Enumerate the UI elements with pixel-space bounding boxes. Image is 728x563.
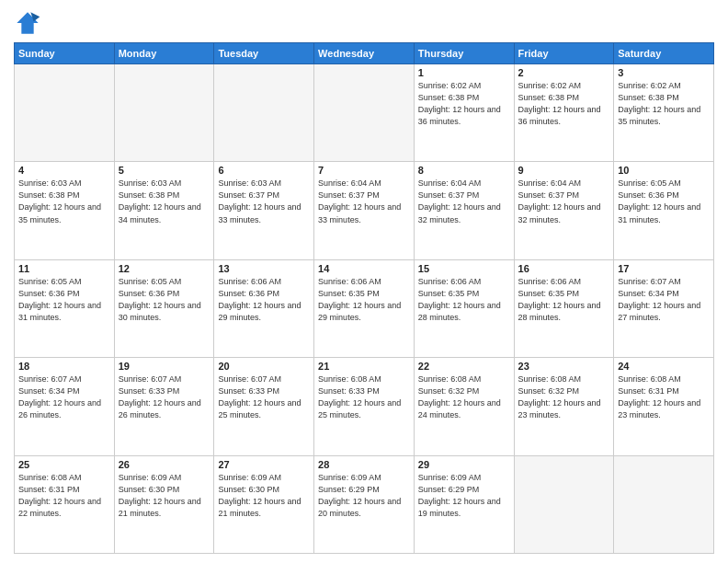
day-number: 13 [218,263,310,274]
day-number: 16 [518,263,610,274]
day-number: 20 [218,361,310,372]
day-info: Sunrise: 6:09 AM Sunset: 6:30 PM Dayligh… [119,472,210,520]
calendar-cell [514,455,614,553]
calendar-cell: 12Sunrise: 6:05 AM Sunset: 6:36 PM Dayli… [114,259,214,357]
calendar-cell: 7Sunrise: 6:04 AM Sunset: 6:37 PM Daylig… [314,162,415,259]
day-number: 17 [618,263,710,274]
calendar-cell: 19Sunrise: 6:07 AM Sunset: 6:33 PM Dayli… [114,358,214,455]
logo-icon [14,9,41,37]
weekday-header: Wednesday [314,43,415,64]
calendar-cell: 21Sunrise: 6:08 AM Sunset: 6:33 PM Dayli… [314,358,415,455]
day-info: Sunrise: 6:08 AM Sunset: 6:31 PM Dayligh… [18,472,110,520]
day-info: Sunrise: 6:05 AM Sunset: 6:36 PM Dayligh… [618,178,710,225]
day-number: 27 [218,459,310,470]
day-info: Sunrise: 6:07 AM Sunset: 6:34 PM Dayligh… [18,373,110,421]
day-number: 2 [518,67,610,78]
day-number: 1 [418,67,510,78]
day-info: Sunrise: 6:05 AM Sunset: 6:36 PM Dayligh… [119,276,210,324]
day-info: Sunrise: 6:02 AM Sunset: 6:38 PM Dayligh… [418,80,510,128]
calendar-cell: 25Sunrise: 6:08 AM Sunset: 6:31 PM Dayli… [15,455,115,553]
day-number: 28 [318,459,410,470]
calendar-cell: 29Sunrise: 6:09 AM Sunset: 6:29 PM Dayli… [414,455,514,553]
weekday-header: Saturday [614,43,714,64]
weekday-header: Friday [514,43,614,64]
day-number: 7 [318,165,410,176]
day-info: Sunrise: 6:06 AM Sunset: 6:36 PM Dayligh… [218,276,310,324]
day-number: 26 [119,459,210,470]
calendar-cell: 16Sunrise: 6:06 AM Sunset: 6:35 PM Dayli… [514,259,614,357]
calendar-cell: 8Sunrise: 6:04 AM Sunset: 6:37 PM Daylig… [414,162,514,259]
calendar-cell: 5Sunrise: 6:03 AM Sunset: 6:38 PM Daylig… [114,162,214,259]
logo [14,9,45,37]
day-info: Sunrise: 6:04 AM Sunset: 6:37 PM Dayligh… [318,178,410,225]
day-info: Sunrise: 6:09 AM Sunset: 6:30 PM Dayligh… [218,472,310,520]
weekday-header: Tuesday [214,43,314,64]
calendar-cell: 26Sunrise: 6:09 AM Sunset: 6:30 PM Dayli… [114,455,214,553]
calendar-cell [214,64,314,162]
day-info: Sunrise: 6:08 AM Sunset: 6:32 PM Dayligh… [418,373,510,421]
calendar-cell: 15Sunrise: 6:06 AM Sunset: 6:35 PM Dayli… [414,259,514,357]
page: SundayMondayTuesdayWednesdayThursdayFrid… [0,0,728,563]
day-number: 4 [18,165,110,176]
day-number: 24 [618,361,710,372]
calendar-cell: 24Sunrise: 6:08 AM Sunset: 6:31 PM Dayli… [614,358,714,455]
calendar-cell: 22Sunrise: 6:08 AM Sunset: 6:32 PM Dayli… [414,358,514,455]
day-info: Sunrise: 6:09 AM Sunset: 6:29 PM Dayligh… [318,472,410,520]
day-info: Sunrise: 6:03 AM Sunset: 6:37 PM Dayligh… [218,178,310,225]
calendar-cell: 28Sunrise: 6:09 AM Sunset: 6:29 PM Dayli… [314,455,415,553]
day-number: 19 [119,361,210,372]
day-number: 18 [18,361,110,372]
day-info: Sunrise: 6:03 AM Sunset: 6:38 PM Dayligh… [18,178,110,225]
day-info: Sunrise: 6:07 AM Sunset: 6:34 PM Dayligh… [618,276,710,324]
day-number: 12 [119,263,210,274]
calendar-cell: 13Sunrise: 6:06 AM Sunset: 6:36 PM Dayli… [214,259,314,357]
day-number: 5 [119,165,210,176]
day-number: 14 [318,263,410,274]
day-info: Sunrise: 6:07 AM Sunset: 6:33 PM Dayligh… [218,373,310,421]
day-info: Sunrise: 6:08 AM Sunset: 6:33 PM Dayligh… [318,373,410,421]
calendar-cell [314,64,415,162]
weekday-header: Sunday [15,43,115,64]
calendar-cell: 11Sunrise: 6:05 AM Sunset: 6:36 PM Dayli… [15,259,115,357]
calendar-cell: 6Sunrise: 6:03 AM Sunset: 6:37 PM Daylig… [214,162,314,259]
calendar-week-row: 1Sunrise: 6:02 AM Sunset: 6:38 PM Daylig… [15,64,714,162]
day-info: Sunrise: 6:05 AM Sunset: 6:36 PM Dayligh… [18,276,110,324]
day-number: 8 [418,165,510,176]
calendar-cell: 18Sunrise: 6:07 AM Sunset: 6:34 PM Dayli… [15,358,115,455]
day-info: Sunrise: 6:04 AM Sunset: 6:37 PM Dayligh… [418,178,510,225]
calendar-week-row: 4Sunrise: 6:03 AM Sunset: 6:38 PM Daylig… [15,162,714,259]
calendar-cell: 10Sunrise: 6:05 AM Sunset: 6:36 PM Dayli… [614,162,714,259]
day-info: Sunrise: 6:06 AM Sunset: 6:35 PM Dayligh… [418,276,510,324]
day-info: Sunrise: 6:04 AM Sunset: 6:37 PM Dayligh… [518,178,610,225]
calendar-cell: 27Sunrise: 6:09 AM Sunset: 6:30 PM Dayli… [214,455,314,553]
day-info: Sunrise: 6:07 AM Sunset: 6:33 PM Dayligh… [119,373,210,421]
calendar-cell: 20Sunrise: 6:07 AM Sunset: 6:33 PM Dayli… [214,358,314,455]
calendar-week-row: 18Sunrise: 6:07 AM Sunset: 6:34 PM Dayli… [15,358,714,455]
day-info: Sunrise: 6:08 AM Sunset: 6:31 PM Dayligh… [618,373,710,421]
day-info: Sunrise: 6:03 AM Sunset: 6:38 PM Dayligh… [119,178,210,225]
calendar-header-row: SundayMondayTuesdayWednesdayThursdayFrid… [15,43,714,64]
day-number: 10 [618,165,710,176]
calendar-cell: 4Sunrise: 6:03 AM Sunset: 6:38 PM Daylig… [15,162,115,259]
calendar-cell: 3Sunrise: 6:02 AM Sunset: 6:38 PM Daylig… [614,64,714,162]
day-info: Sunrise: 6:02 AM Sunset: 6:38 PM Dayligh… [618,80,710,128]
day-number: 15 [418,263,510,274]
day-number: 21 [318,361,410,372]
weekday-header: Thursday [414,43,514,64]
calendar-cell: 14Sunrise: 6:06 AM Sunset: 6:35 PM Dayli… [314,259,415,357]
calendar-cell [614,455,714,553]
day-number: 25 [18,459,110,470]
calendar-cell: 9Sunrise: 6:04 AM Sunset: 6:37 PM Daylig… [514,162,614,259]
weekday-header: Monday [114,43,214,64]
calendar-cell: 1Sunrise: 6:02 AM Sunset: 6:38 PM Daylig… [414,64,514,162]
calendar-week-row: 25Sunrise: 6:08 AM Sunset: 6:31 PM Dayli… [15,455,714,553]
day-info: Sunrise: 6:09 AM Sunset: 6:29 PM Dayligh… [418,472,510,520]
day-number: 22 [418,361,510,372]
calendar-cell: 23Sunrise: 6:08 AM Sunset: 6:32 PM Dayli… [514,358,614,455]
calendar-table: SundayMondayTuesdayWednesdayThursdayFrid… [14,42,714,554]
day-number: 11 [18,263,110,274]
calendar-cell: 2Sunrise: 6:02 AM Sunset: 6:38 PM Daylig… [514,64,614,162]
day-number: 29 [418,459,510,470]
calendar-week-row: 11Sunrise: 6:05 AM Sunset: 6:36 PM Dayli… [15,259,714,357]
calendar-cell: 17Sunrise: 6:07 AM Sunset: 6:34 PM Dayli… [614,259,714,357]
